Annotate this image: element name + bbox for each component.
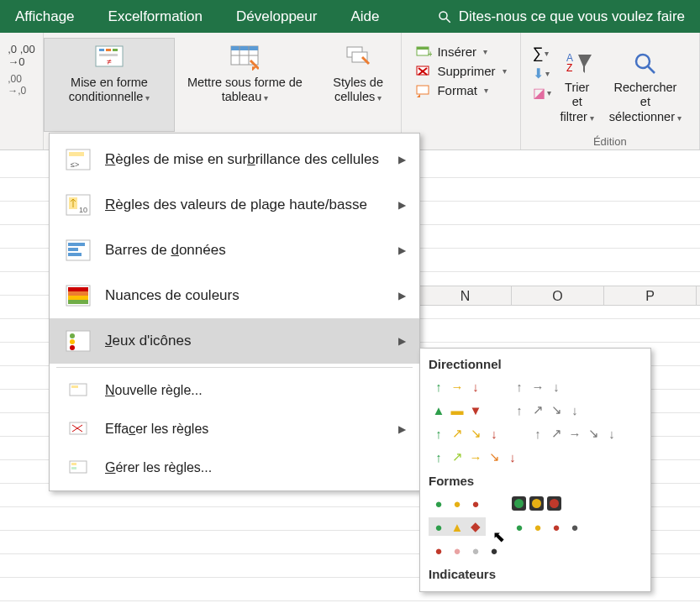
svg-rect-5 bbox=[113, 49, 118, 51]
tab-excelformation[interactable]: Excelformation bbox=[108, 8, 203, 25]
ribbon-tab-bar: Affichage Excelformation Développeur Aid… bbox=[0, 0, 700, 33]
eraser-icon: ◪ bbox=[533, 85, 545, 101]
cell-styles-icon bbox=[342, 42, 374, 74]
menu-clear-rules-label: Effacer les règles bbox=[105, 422, 208, 437]
svg-rect-35 bbox=[68, 253, 82, 256]
conditional-formatting-button[interactable]: ≠ Mise en forme conditionnelle bbox=[44, 38, 175, 132]
color-scales-icon bbox=[63, 283, 93, 308]
menu-top-bottom-rules[interactable]: 10 Règles des valeurs de plage haute/bas… bbox=[50, 182, 419, 228]
menu-color-scales-label: Nuances de couleurs bbox=[105, 287, 239, 304]
svg-rect-52 bbox=[71, 467, 76, 469]
menu-manage-rules[interactable]: Gérer les règles... bbox=[50, 448, 419, 487]
insert-label: Insérer bbox=[437, 45, 476, 59]
clear-rules-icon bbox=[63, 417, 93, 442]
tellme-search[interactable]: Dites-nous ce que vous voulez faire bbox=[437, 8, 685, 25]
svg-rect-38 bbox=[68, 291, 88, 296]
group-label-editing: Édition bbox=[521, 135, 699, 148]
svg-rect-9 bbox=[231, 46, 258, 50]
svg-rect-33 bbox=[68, 243, 85, 246]
menu-data-bars-label: Barres de données bbox=[105, 242, 226, 259]
svg-text:10: 10 bbox=[79, 206, 87, 214]
clear-button[interactable]: ◪▾ bbox=[533, 85, 551, 101]
svg-text:Z: Z bbox=[566, 62, 572, 74]
sort-filter-label: Trier et filtrer bbox=[561, 81, 590, 123]
svg-rect-6 bbox=[99, 54, 118, 56]
new-rule-icon bbox=[63, 378, 93, 403]
icon-sets-submenu: Directionnel ↑→↓ ↑→↓ ▲▬▼ ↑↗↘↓ ↑↗↘↓ ↑↗→↘↓… bbox=[419, 348, 651, 592]
section-shapes: Formes bbox=[427, 469, 644, 491]
iconset-3-triangles[interactable]: ▲▬▼ bbox=[429, 401, 486, 419]
svg-rect-16 bbox=[417, 47, 429, 50]
sort-filter-button[interactable]: AZ Trier et filtrer bbox=[555, 43, 600, 128]
svg-line-25 bbox=[648, 66, 655, 73]
decrease-decimal-button[interactable]: ,00→,0 bbox=[8, 73, 26, 97]
iconset-3-traffic-lights-rimmed[interactable] bbox=[509, 494, 564, 512]
menu-top-bottom-label: Règles des valeurs de plage haute/basse bbox=[105, 197, 367, 213]
iconset-4-arrows-colored[interactable]: ↑↗↘↓ bbox=[429, 424, 504, 443]
menu-highlight-cells-rules[interactable]: ≤> Règles de mise en surbrillance des ce… bbox=[50, 137, 419, 182]
format-as-table-icon bbox=[229, 42, 261, 74]
menu-manage-rules-label: Gérer les règles... bbox=[105, 460, 212, 475]
format-label: Format bbox=[437, 83, 477, 97]
autosum-button[interactable]: ∑▾ bbox=[533, 45, 551, 62]
svg-point-0 bbox=[439, 12, 447, 19]
chevron-down-icon bbox=[675, 110, 682, 123]
menu-color-scales[interactable]: Nuances de couleurs ▶ bbox=[50, 273, 419, 318]
conditional-formatting-label: Mise en forme conditionnelle bbox=[69, 76, 148, 103]
column-header-o[interactable]: O bbox=[512, 286, 604, 305]
svg-point-24 bbox=[636, 55, 650, 68]
tab-affichage[interactable]: Affichage bbox=[15, 8, 75, 25]
manage-rules-icon bbox=[63, 455, 93, 480]
delete-cells-button[interactable]: Supprimer▾ bbox=[413, 62, 508, 80]
svg-text:≤>: ≤> bbox=[71, 160, 79, 169]
increase-decimal-button[interactable]: ,0 ,00→0 bbox=[8, 43, 35, 68]
iconset-3-signs[interactable]: ●▲◆ bbox=[429, 517, 486, 536]
column-header-p[interactable]: P bbox=[604, 286, 697, 305]
tab-aide[interactable]: Aide bbox=[350, 8, 379, 25]
conditional-formatting-menu: ≤> Règles de mise en surbrillance des ce… bbox=[49, 133, 420, 491]
top-bottom-icon: 10 bbox=[63, 192, 93, 218]
chevron-right-icon: ▶ bbox=[398, 154, 406, 165]
iconset-5-arrows-gray[interactable]: ↑↗→↘↓ bbox=[528, 424, 622, 443]
group-editing: ∑▾ ⬇▾ ◪▾ AZ Trier et filtrer Rechercher … bbox=[521, 33, 700, 149]
fill-down-icon: ⬇ bbox=[533, 66, 544, 81]
menu-new-rule[interactable]: Nouvelle règle... bbox=[50, 371, 419, 410]
column-header-n[interactable]: N bbox=[419, 286, 512, 305]
svg-line-1 bbox=[446, 18, 450, 23]
menu-highlight-label: Règles de mise en surbrillance des cellu… bbox=[105, 151, 379, 168]
iconset-3-traffic-lights-unrimmed[interactable]: ●●● bbox=[429, 494, 486, 512]
column-headers: N O P bbox=[419, 286, 700, 306]
svg-point-44 bbox=[70, 345, 75, 350]
format-cells-button[interactable]: Format▾ bbox=[413, 81, 508, 99]
highlight-rules-icon: ≤> bbox=[63, 147, 93, 172]
menu-clear-rules[interactable]: Effacer les règles ▶ bbox=[50, 410, 419, 448]
menu-icon-sets-label: Jeux d'icônes bbox=[105, 333, 191, 349]
find-select-button[interactable]: Rechercher et sélectionner bbox=[603, 43, 687, 128]
cell-styles-button[interactable]: Styles de cellules bbox=[315, 38, 401, 132]
iconset-4-arrows-gray[interactable]: ↑↗↘↓ bbox=[509, 401, 585, 419]
section-directional: Directionnel bbox=[427, 352, 644, 375]
chevron-down-icon bbox=[143, 90, 150, 103]
chevron-right-icon: ▶ bbox=[398, 244, 406, 256]
chevron-right-icon: ▶ bbox=[398, 199, 406, 211]
fill-button[interactable]: ⬇▾ bbox=[533, 66, 551, 81]
icon-sets-icon bbox=[63, 328, 93, 354]
chevron-down-icon bbox=[375, 90, 382, 103]
delete-icon bbox=[415, 65, 432, 78]
iconset-3-arrows-colored[interactable]: ↑→↓ bbox=[429, 377, 486, 396]
find-icon bbox=[629, 47, 661, 79]
menu-data-bars[interactable]: Barres de données ▶ bbox=[50, 228, 419, 273]
insert-cells-button[interactable]: + Insérer▾ bbox=[413, 43, 508, 60]
svg-rect-27 bbox=[69, 152, 84, 156]
format-as-table-button[interactable]: Mettre sous forme de tableau bbox=[178, 38, 312, 132]
svg-rect-21 bbox=[417, 86, 429, 94]
iconset-3-arrows-gray[interactable]: ↑→↓ bbox=[509, 377, 566, 396]
iconset-5-arrows-colored[interactable]: ↑↗→↘↓ bbox=[429, 448, 523, 466]
svg-point-42 bbox=[70, 333, 75, 338]
tab-developpeur[interactable]: Développeur bbox=[236, 8, 317, 25]
chevron-right-icon: ▶ bbox=[398, 423, 406, 435]
menu-icon-sets[interactable]: Jeux d'icônes ▶ bbox=[50, 318, 419, 364]
svg-rect-39 bbox=[68, 296, 88, 300]
iconset-4-traffic-lights[interactable]: ●●●● bbox=[509, 517, 585, 536]
svg-text:+: + bbox=[428, 49, 432, 59]
